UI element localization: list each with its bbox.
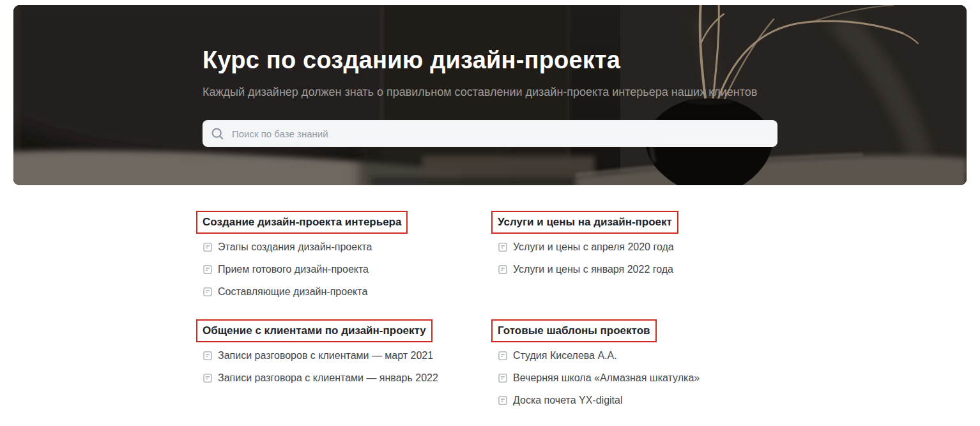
article-link[interactable]: Услуги и цены с января 2022 года — [498, 263, 777, 276]
category-title[interactable]: Создание дизайн-проекта интерьера — [196, 211, 408, 234]
page-subtitle: Каждый дизайнер должен знать о правильно… — [203, 84, 777, 100]
document-icon — [203, 242, 213, 252]
article-link[interactable]: Этапы создания дизайн-проекта — [203, 241, 482, 254]
hero-content: Курс по созданию дизайн-проекта Каждый д… — [203, 5, 777, 185]
category-section-design-project-creation: Создание дизайн-проекта интерьера Этапы … — [203, 211, 482, 308]
category-grid: Создание дизайн-проекта интерьера Этапы … — [203, 211, 777, 416]
category-title[interactable]: Общение с клиентами по дизайн-проекту — [196, 319, 433, 342]
article-link[interactable]: Составляющие дизайн-проекта — [203, 285, 482, 298]
article-list: Этапы создания дизайн-проекта Прием гото… — [203, 241, 482, 298]
category-section-ready-templates: Готовые шаблоны проектов Студия Киселева… — [498, 319, 777, 416]
document-icon — [203, 351, 213, 361]
article-link[interactable]: Прием готового дизайн-проекта — [203, 263, 482, 276]
search-icon — [211, 127, 224, 141]
article-title: Доска почета YX-digital — [513, 394, 623, 407]
document-icon — [498, 264, 508, 275]
category-section-services-and-prices: Услуги и цены на дизайн-проект Услуги и … — [498, 211, 777, 285]
category-section-client-communication: Общение с клиентами по дизайн-проекту За… — [203, 319, 482, 394]
article-title: Услуги и цены с января 2022 года — [513, 263, 673, 276]
article-title: Студия Киселева А.А. — [513, 349, 617, 362]
document-icon — [203, 264, 213, 275]
article-title: Услуги и цены с апреля 2020 года — [513, 241, 674, 254]
hero-banner: Курс по созданию дизайн-проекта Каждый д… — [13, 5, 967, 185]
article-link[interactable]: Записи разговора с клиентами — январь 20… — [203, 372, 482, 384]
article-link[interactable]: Услуги и цены с апреля 2020 года — [498, 241, 777, 254]
category-title[interactable]: Услуги и цены на дизайн-проект — [491, 211, 678, 234]
document-icon — [203, 373, 213, 383]
document-icon — [498, 351, 508, 361]
document-icon — [498, 373, 508, 383]
search-bar[interactable] — [203, 120, 777, 147]
search-input[interactable] — [231, 128, 769, 140]
article-title: Прием готового дизайн-проекта — [218, 263, 369, 276]
document-icon — [498, 395, 508, 406]
document-icon — [203, 287, 213, 297]
document-icon — [498, 242, 508, 252]
article-link[interactable]: Доска почета YX-digital — [498, 394, 777, 407]
article-title: Этапы создания дизайн-проекта — [218, 241, 372, 254]
page-title: Курс по созданию дизайн-проекта — [203, 46, 777, 74]
article-title: Записи разговора с клиентами — январь 20… — [218, 372, 438, 384]
article-title: Записи разговоров с клиентами — март 202… — [218, 349, 433, 362]
article-list: Услуги и цены с апреля 2020 года Услуги … — [498, 241, 777, 276]
category-title[interactable]: Готовые шаблоны проектов — [491, 319, 657, 342]
article-link[interactable]: Студия Киселева А.А. — [498, 349, 777, 362]
knowledge-base-page: Курс по созданию дизайн-проекта Каждый д… — [0, 5, 980, 416]
article-title: Составляющие дизайн-проекта — [218, 285, 367, 298]
article-link[interactable]: Вечерняя школа «Алмазная шкатулка» — [498, 372, 777, 384]
article-title: Вечерняя школа «Алмазная шкатулка» — [513, 372, 700, 384]
article-list: Студия Киселева А.А. Вечерняя школа «Алм… — [498, 349, 777, 407]
article-list: Записи разговоров с клиентами — март 202… — [203, 349, 482, 384]
article-link[interactable]: Записи разговоров с клиентами — март 202… — [203, 349, 482, 362]
